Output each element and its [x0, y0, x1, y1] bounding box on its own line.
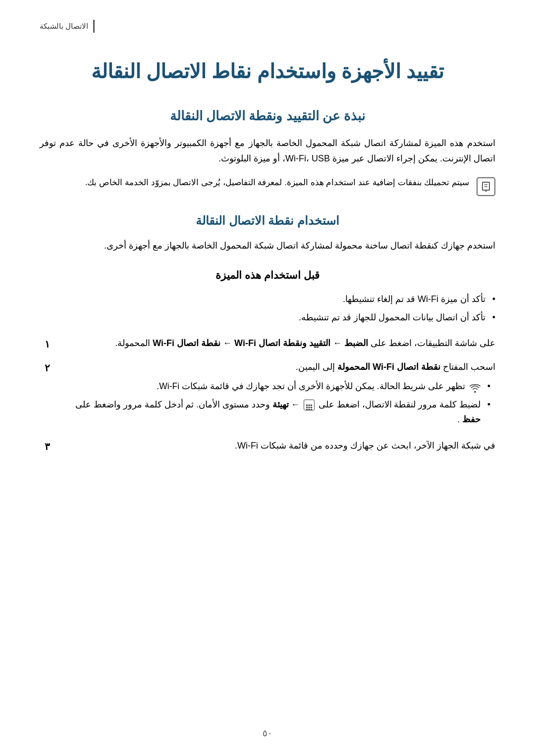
section1-title: نبذة عن التقييد ونقطة الاتصال النقالة — [40, 105, 495, 127]
step1-bold1: الضبط — [344, 338, 368, 348]
before-use-title: قبل استخدام هذه الميزة — [40, 266, 495, 284]
sub-bullet-2: لضبط كلمة مرور لنقطة الاتصال، اضغط على — [59, 397, 495, 427]
step2-content: اسحب المفتاح نقطة اتصال Wi-Fi المحمولة إ… — [59, 359, 495, 431]
step2-text: اسحب المفتاح — [443, 362, 495, 372]
breadcrumb: الاتصال بالشبكة — [40, 20, 95, 33]
step1-content: على شاشة التطبيقات، اضغط على الضبط ← الت… — [59, 336, 495, 352]
step1-bold3: نقطة اتصال Wi-Fi — [153, 338, 220, 348]
sub-bullet-2-bold: تهيئة — [272, 400, 289, 409]
step1-arrow2: ← — [220, 338, 232, 348]
step3-content: في شبكة الجهاز الآخر، ابحث عن جهازك وحدد… — [59, 438, 495, 454]
sub-bullet-2-bold2: حفظ — [462, 414, 481, 424]
svg-point-3 — [306, 404, 308, 406]
svg-point-8 — [311, 406, 313, 408]
svg-rect-0 — [482, 182, 489, 190]
wifi-icon-inline — [470, 383, 481, 392]
step1-text-after: المحمولة. — [115, 338, 150, 348]
svg-point-5 — [311, 404, 313, 406]
header-bar: الاتصال بالشبكة — [40, 20, 495, 43]
list-item: تأكد أن اتصال بيانات المحمول للجهاز قد ت… — [40, 310, 495, 326]
svg-point-10 — [308, 409, 310, 411]
step1-bold2: التقييد ونقطة اتصال Wi-Fi — [234, 338, 330, 348]
sub-bullet-2-period: . — [457, 414, 460, 424]
page-title: تقييد الأجهزة واستخدام نقاط الاتصال النق… — [40, 57, 495, 85]
step2-sub-list: تظهر على شريط الحالة. يمكن للأجهزة الأخر… — [59, 379, 495, 427]
step2-number: ٢ — [40, 359, 54, 376]
section2-intro: استخدم جهازك كنقطة اتصال ساخنة محمولة لم… — [40, 238, 495, 254]
svg-point-7 — [308, 406, 310, 408]
step1-number: ١ — [40, 336, 54, 353]
svg-point-11 — [311, 409, 313, 411]
before-use-list: تأكد أن ميزة Wi-Fi قد تم إلغاء تنشيطها. … — [40, 292, 495, 326]
section2-title: استخدام نقطة الاتصال النقالة — [40, 211, 495, 231]
section1-para1: استخدم هذه الميزة لمشاركة اتصال شبكة الم… — [40, 136, 495, 167]
note-icon — [477, 177, 495, 196]
svg-point-6 — [306, 406, 308, 408]
note-box: سيتم تحميلك بنفقات إضافية عند استخدام هذ… — [40, 176, 495, 196]
step2-bold: نقطة اتصال Wi-Fi المحمولة — [337, 362, 440, 372]
page-container: الاتصال بالشبكة تقييد الأجهزة واستخدام ن… — [0, 0, 535, 756]
grid-icon — [304, 400, 315, 410]
step2: اسحب المفتاح نقطة اتصال Wi-Fi المحمولة إ… — [40, 359, 495, 431]
list-item: تأكد أن ميزة Wi-Fi قد تم إلغاء تنشيطها. — [40, 292, 495, 307]
page-number: ٥٠ — [263, 726, 272, 741]
sub-bullet-1-text: تظهر على شريط الحالة. يمكن للأجهزة الأخر… — [157, 381, 465, 391]
step1: على شاشة التطبيقات، اضغط على الضبط ← الت… — [40, 336, 495, 353]
svg-point-4 — [308, 404, 310, 406]
sub-bullet-2-middle: وحدد مستوى الأمان. ثم أدخل كلمة مرور واض… — [75, 400, 270, 409]
step1-text-before: على شاشة التطبيقات، اضغط على — [371, 338, 495, 348]
section1-note: سيتم تحميلك بنفقات إضافية عند استخدام هذ… — [40, 176, 469, 190]
sub-bullet-2-before: لضبط كلمة مرور لنقطة الاتصال، اضغط على — [316, 400, 481, 409]
step3-number: ٣ — [40, 438, 54, 455]
sub-bullet-1: تظهر على شريط الحالة. يمكن للأجهزة الأخر… — [59, 379, 495, 394]
step3: في شبكة الجهاز الآخر، ابحث عن جهازك وحدد… — [40, 438, 495, 455]
sub-bullet-2-arrow: ← — [289, 400, 300, 409]
svg-point-9 — [306, 409, 308, 411]
step1-arrow1: ← — [330, 338, 342, 348]
step2-text-after: إلى اليمين. — [296, 362, 335, 372]
